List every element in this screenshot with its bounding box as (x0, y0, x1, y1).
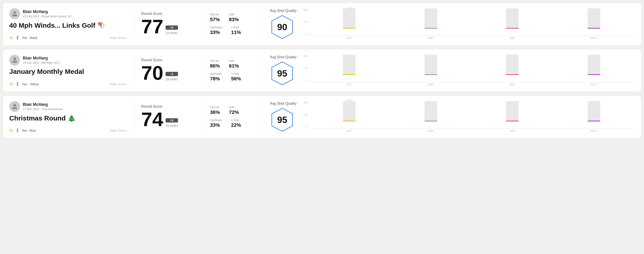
tee-info: ⛅ 🏌 Tee: Blue (9, 128, 36, 133)
quality-label: Avg Shot Quality (270, 102, 296, 106)
divider-3 (262, 55, 262, 86)
divider-2 (202, 55, 203, 86)
y-label-100: 100 (302, 55, 308, 57)
quality-section: Avg Shot Quality 90 100 50 0 (270, 8, 635, 40)
bar-group-arg: 98 (472, 8, 553, 29)
x-label-arg: ARG (472, 83, 553, 86)
stats-row-2: Up/Down 33% 1 Putt 22% (210, 119, 255, 128)
x-label-putt: PUTT (553, 129, 635, 133)
divider-1 (134, 55, 134, 86)
stats-section: FW Hit 36% GIR 72% Up/Down 33% 1 Putt (210, 101, 255, 133)
stat-fw-hit-value: 36% (210, 110, 220, 115)
score-holes: 18 Holes (166, 31, 178, 35)
x-label-putt: PUTT (553, 83, 635, 86)
stat-gir-label: GIR (229, 13, 239, 16)
stats-row-2: Up/Down 78% 1 Putt 56% (210, 72, 255, 82)
user-date-course: 12 Feb 2022 · Royal North Devon GC (23, 15, 72, 18)
tee-color: Yellow (30, 82, 38, 86)
stats-section: FW Hit 57% GIR 83% Up/Down 33% 1 Putt (210, 8, 255, 40)
user-info: Blair McHarg 12 Feb 2022 · Royal North D… (9, 8, 126, 19)
bar-group-ott: 107 (308, 8, 390, 29)
bar-chart: 100 50 0 110 87 95 (302, 101, 635, 133)
score-main: 77 +5 18 Holes (141, 17, 195, 36)
score-right: -2 18 Holes (166, 72, 178, 83)
stat-fw-hit: FW Hit 36% (210, 106, 220, 115)
score-section: Round Score 74 +2 18 Holes (141, 101, 195, 133)
stats-row-2: Up/Down 33% 1 Putt 11% (210, 26, 255, 35)
score-right: +5 18 Holes (166, 25, 178, 36)
bar-group-putt: 82 (553, 8, 635, 29)
divider-1 (134, 101, 134, 133)
hex-score-value: 95 (277, 68, 288, 79)
stat-one-putt-label: 1 Putt (231, 26, 241, 29)
user-text: Blair McHarg 29 Jan 2022 · Mill Ride GCC (23, 56, 60, 64)
stat-gir: GIR 61% (229, 59, 239, 69)
bar-group-arg: 95 (472, 101, 553, 121)
x-label-putt: PUTT (553, 37, 635, 40)
stat-up-down-label: Up/Down (210, 72, 222, 75)
user-name: Blair McHarg (23, 9, 72, 14)
stat-one-putt-value: 11% (231, 29, 241, 35)
quality-left: Avg Shot Quality 95 (270, 102, 296, 132)
score-badge: -2 (166, 72, 178, 76)
weather-icon: ⛅ (9, 36, 14, 40)
bar-group-app: 87 (390, 101, 472, 121)
x-label-app: APP (390, 83, 472, 86)
avatar (9, 55, 20, 66)
quality-label: Avg Shot Quality (270, 9, 296, 13)
round-title: 40 Mph Winds... Links Golf 🪁 (9, 21, 126, 29)
stats-row-1: FW Hit 57% GIR 83% (210, 13, 255, 22)
stat-up-down-value: 78% (210, 76, 222, 82)
score-holes: 18 Holes (166, 77, 178, 81)
score-number: 77 (141, 17, 163, 36)
stat-one-putt-label: 1 Putt (231, 119, 241, 122)
score-main: 70 -2 18 Holes (141, 63, 195, 83)
stat-fw-hit-label: FW Hit (210, 106, 220, 109)
x-label-arg: ARG (472, 129, 553, 133)
x-label-ott: OTT (308, 129, 390, 133)
user-info: Blair McHarg 27 Dec 2021 · The Oxfordshi… (9, 101, 126, 112)
y-label-100: 100 (302, 101, 308, 104)
stat-fw-hit: FW Hit 86% (210, 59, 220, 69)
stat-up-down-label: Up/Down (210, 26, 222, 29)
divider-3 (262, 101, 262, 133)
quality-left: Avg Shot Quality 95 (270, 55, 296, 86)
stats-row-1: FW Hit 36% GIR 72% (210, 106, 255, 115)
y-label-0: 0 (302, 126, 308, 128)
divider-2 (202, 8, 203, 40)
tee-label: Tee: (22, 129, 28, 132)
score-right: +2 18 Holes (166, 118, 178, 129)
score-badge: +2 (166, 118, 178, 123)
round-card-round-2: Blair McHarg 29 Jan 2022 · Mill Ride GCC… (3, 49, 641, 92)
round-title: January Monthly Medal (9, 68, 126, 75)
bar-group-arg: 96 (472, 55, 553, 75)
data-source: Data: Arccos (110, 129, 126, 132)
y-label-50: 50 (302, 113, 308, 116)
bar-group-putt: 93 (553, 101, 635, 121)
x-label-ott: OTT (308, 83, 390, 86)
stats-row-1: FW Hit 86% GIR 61% (210, 59, 255, 69)
stat-fw-hit-label: FW Hit (210, 59, 220, 63)
hex-score-value: 95 (277, 115, 288, 125)
stat-one-putt-label: 1 Putt (231, 72, 241, 75)
tee-info: ⛅ 🏌 Tee: Black (9, 36, 38, 40)
score-holes: 18 Holes (166, 124, 178, 127)
score-number: 70 (141, 63, 163, 83)
score-section: Round Score 70 -2 18 Holes (141, 55, 195, 86)
tee-label: Tee: (22, 36, 28, 40)
score-main: 74 +2 18 Holes (141, 110, 195, 129)
bag-icon: 🏌 (16, 82, 20, 86)
bar-chart: 100 50 0 101 86 96 (302, 55, 635, 86)
data-source: Data: Arccos (110, 36, 126, 39)
hexagon: 95 (270, 61, 294, 86)
tee-color: Blue (30, 129, 36, 132)
card-left: Blair McHarg 27 Dec 2021 · The Oxfordshi… (9, 101, 126, 133)
tee-info: ⛅ 🏌 Tee: Yellow (9, 82, 38, 86)
round-title: Christmas Round 🎄 (9, 114, 126, 122)
divider-2 (202, 101, 203, 133)
round-card-round-1: Blair McHarg 12 Feb 2022 · Royal North D… (3, 3, 641, 45)
y-label-0: 0 (302, 79, 308, 82)
user-text: Blair McHarg 12 Feb 2022 · Royal North D… (23, 9, 72, 18)
x-label-ott: OTT (308, 37, 390, 40)
stat-one-putt-value: 22% (231, 122, 241, 128)
